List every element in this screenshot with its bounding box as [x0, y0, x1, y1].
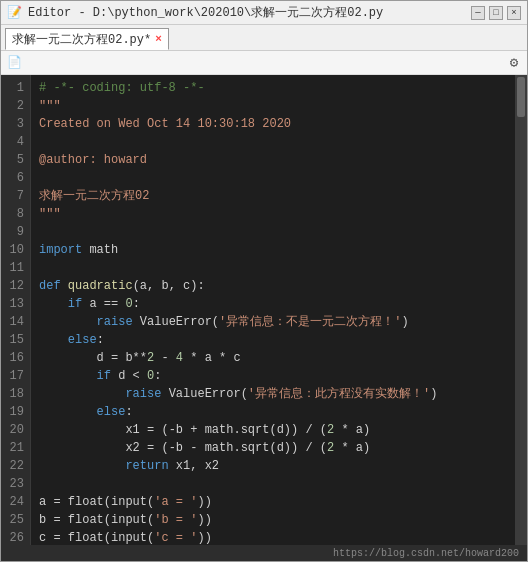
line-number: 8 — [7, 205, 24, 223]
line-number: 3 — [7, 115, 24, 133]
line-number: 15 — [7, 331, 24, 349]
line-number: 11 — [7, 259, 24, 277]
line-number: 19 — [7, 403, 24, 421]
line-number: 16 — [7, 349, 24, 367]
toolbar: 📄 ⚙ — [1, 51, 527, 75]
line-number: 12 — [7, 277, 24, 295]
code-content[interactable]: # -*- coding: utf-8 -*-"""Created on Wed… — [31, 75, 515, 545]
window-title: Editor - D:\python_work\202010\求解一元二次方程0… — [28, 4, 383, 21]
title-bar-left: 📝 Editor - D:\python_work\202010\求解一元二次方… — [7, 4, 383, 21]
code-line: def quadratic(a, b, c): — [39, 277, 507, 295]
line-number: 4 — [7, 133, 24, 151]
line-number: 22 — [7, 457, 24, 475]
code-line: # -*- coding: utf-8 -*- — [39, 79, 507, 97]
minimize-button[interactable]: ─ — [471, 6, 485, 20]
scrollbar-thumb[interactable] — [517, 77, 525, 117]
code-line: if d < 0: — [39, 367, 507, 385]
code-line: b = float(input('b = ')) — [39, 511, 507, 529]
tab-close-button[interactable]: × — [155, 33, 162, 45]
line-number: 20 — [7, 421, 24, 439]
line-number: 17 — [7, 367, 24, 385]
tab-label: 求解一元二次方程02.py* — [12, 31, 151, 48]
code-line: return x1, x2 — [39, 457, 507, 475]
code-line: @author: howard — [39, 151, 507, 169]
line-number: 13 — [7, 295, 24, 313]
line-number: 26 — [7, 529, 24, 545]
code-line — [39, 169, 507, 187]
close-button[interactable]: × — [507, 6, 521, 20]
line-number: 23 — [7, 475, 24, 493]
title-bar-controls: ─ □ × — [471, 6, 521, 20]
editor-icon: 📝 — [7, 5, 22, 20]
code-line: raise ValueError('异常信息：此方程没有实数解！') — [39, 385, 507, 403]
file-tab[interactable]: 求解一元二次方程02.py* × — [5, 28, 169, 50]
line-number: 14 — [7, 313, 24, 331]
line-number: 2 — [7, 97, 24, 115]
line-number: 5 — [7, 151, 24, 169]
code-line: else: — [39, 331, 507, 349]
code-line: else: — [39, 403, 507, 421]
line-numbers: 1234567891011121314151617181920212223242… — [1, 75, 31, 545]
code-line: x1 = (-b + math.sqrt(d)) / (2 * a) — [39, 421, 507, 439]
code-line: d = b**2 - 4 * a * c — [39, 349, 507, 367]
code-line — [39, 259, 507, 277]
watermark: https://blog.csdn.net/howard200 — [333, 548, 519, 559]
settings-icon[interactable]: ⚙ — [505, 54, 523, 72]
code-line: raise ValueError('异常信息：不是一元二次方程！') — [39, 313, 507, 331]
code-line: Created on Wed Oct 14 10:30:18 2020 — [39, 115, 507, 133]
line-number: 1 — [7, 79, 24, 97]
line-number: 25 — [7, 511, 24, 529]
code-line: """ — [39, 205, 507, 223]
code-line: a = float(input('a = ')) — [39, 493, 507, 511]
code-line: c = float(input('c = ')) — [39, 529, 507, 545]
code-line: """ — [39, 97, 507, 115]
editor-area: 1234567891011121314151617181920212223242… — [1, 75, 527, 545]
code-line — [39, 223, 507, 241]
line-number: 10 — [7, 241, 24, 259]
code-line: 求解一元二次方程02 — [39, 187, 507, 205]
restore-button[interactable]: □ — [489, 6, 503, 20]
line-number: 21 — [7, 439, 24, 457]
line-number: 7 — [7, 187, 24, 205]
title-bar: 📝 Editor - D:\python_work\202010\求解一元二次方… — [1, 1, 527, 25]
code-line — [39, 133, 507, 151]
line-number: 9 — [7, 223, 24, 241]
code-line: if a == 0: — [39, 295, 507, 313]
file-toolbar-icon[interactable]: 📄 — [5, 54, 23, 72]
line-number: 18 — [7, 385, 24, 403]
line-number: 24 — [7, 493, 24, 511]
code-line — [39, 475, 507, 493]
tab-bar: 求解一元二次方程02.py* × — [1, 25, 527, 51]
code-line: import math — [39, 241, 507, 259]
vertical-scrollbar[interactable] — [515, 75, 527, 545]
code-line: x2 = (-b - math.sqrt(d)) / (2 * a) — [39, 439, 507, 457]
line-number: 6 — [7, 169, 24, 187]
main-window: 📝 Editor - D:\python_work\202010\求解一元二次方… — [0, 0, 528, 562]
